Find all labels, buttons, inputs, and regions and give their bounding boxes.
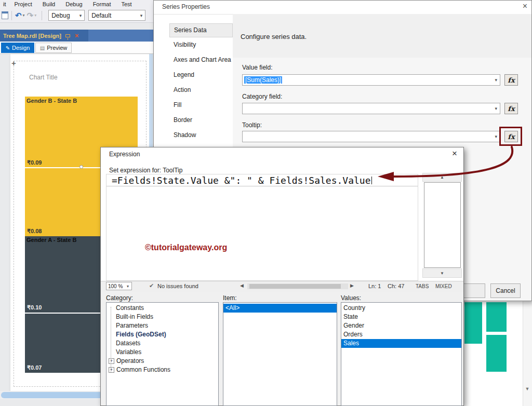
set-expression-for-label: Set expression for: ToolTip	[109, 167, 182, 174]
cancel-button[interactable]: Cancel	[490, 283, 521, 298]
expression-editor[interactable]: =Fields!State.Value &": " & Fields!Sales…	[106, 174, 418, 281]
tree-item-common-functions[interactable]: +Common Functions	[107, 366, 218, 374]
chevron-down-icon: ▾	[124, 284, 131, 289]
editor-scroll-up-button[interactable]: ▲	[422, 173, 462, 182]
tree-item-constants[interactable]: Constants	[107, 304, 218, 313]
nav-item-legend[interactable]: Legend	[169, 67, 233, 83]
tab-design[interactable]: ✎ Design	[1, 43, 34, 53]
tabs-indicator: TABS	[416, 283, 429, 289]
list-item-state[interactable]: State	[341, 313, 461, 321]
pin-icon[interactable]	[65, 34, 70, 37]
category-field-dropdown[interactable]: ▾	[242, 103, 500, 114]
expand-icon[interactable]: +	[109, 367, 114, 373]
zoom-dropdown[interactable]: 100 % ▾	[106, 282, 132, 290]
editor-scroll-down-button[interactable]: ▼	[422, 268, 462, 278]
issues-status: No issues found	[157, 283, 198, 289]
scroll-down-icon: ▼	[440, 271, 444, 276]
list-item-gender[interactable]: Gender	[341, 321, 461, 330]
redo-icon[interactable]: ↷	[27, 11, 34, 20]
new-item-icon[interactable]	[2, 11, 8, 19]
tree-item-label: Operators	[116, 357, 144, 364]
nav-item-axes-chart-area[interactable]: Axes and Chart Area	[169, 52, 233, 67]
scroll-down-icon[interactable]: ▼	[523, 386, 531, 391]
undo-icon[interactable]: ↶	[15, 11, 22, 20]
tab-close-icon[interactable]: ×	[75, 32, 79, 39]
expand-icon[interactable]: +	[109, 358, 114, 364]
list-item-orders[interactable]: Orders	[341, 330, 461, 339]
tab-preview-label: Preview	[47, 45, 67, 51]
tree-item-variables[interactable]: Variables	[107, 348, 218, 357]
redo-dropdown-icon[interactable]: ▾	[34, 13, 36, 18]
nav-item-action[interactable]: Action	[169, 83, 233, 98]
nav-item-visibility[interactable]: Visibility	[169, 37, 233, 52]
treemap-cell-teal	[486, 302, 507, 332]
chevron-down-icon: ▾	[77, 13, 85, 18]
category-field-label: Category field:	[242, 93, 282, 100]
scroll-right-icon[interactable]: ▶	[350, 283, 354, 288]
list-item-sales[interactable]: Sales	[341, 339, 461, 348]
treemap-cell-teal	[464, 302, 482, 344]
item-list[interactable]: <All>	[223, 302, 337, 406]
treemap-cell-dark-bottom[interactable]: ₹0.07	[25, 314, 104, 373]
category-field-fx-button[interactable]: fx	[504, 103, 518, 114]
nav-item-shadow[interactable]: Shadow	[169, 128, 233, 143]
tooltip-dropdown[interactable]: ▾	[242, 131, 500, 142]
values-list-label: Values:	[341, 294, 361, 302]
list-item-all[interactable]: <All>	[223, 304, 337, 313]
nav-item-series-data[interactable]: Series Data	[169, 23, 233, 37]
close-icon[interactable]: ×	[523, 2, 527, 11]
debug-config-value: Debug	[49, 12, 70, 19]
editor-scrollbar-thumb[interactable]	[424, 182, 461, 268]
tree-item-fields-geodset[interactable]: Fields (GeoDSet)	[107, 330, 218, 339]
tree-item-operators[interactable]: +Operators	[107, 357, 218, 366]
preview-icon: ▤	[40, 45, 45, 51]
tab-preview[interactable]: ▤ Preview	[35, 43, 72, 53]
column-indicator: Ch: 47	[388, 283, 404, 289]
editor-hscroll-thumb[interactable]	[249, 284, 341, 289]
document-tab[interactable]: Tree Map.rdl [Design] ×	[0, 30, 88, 42]
menu-item-debug[interactable]: Debug	[60, 1, 87, 7]
dialog-title: Series Properties	[162, 3, 210, 10]
debug-config-dropdown[interactable]: Debug ▾	[48, 10, 85, 21]
menu-item-test[interactable]: Test	[116, 1, 137, 7]
expression-code-line[interactable]: =Fields!State.Value &": " & Fields!Sales…	[107, 174, 418, 186]
annotation-highlight-box	[499, 127, 522, 146]
menu-item-project[interactable]: Project	[9, 1, 37, 7]
move-handle-icon[interactable]: +	[11, 59, 16, 67]
treemap-cell-label: Gender B - State B	[26, 98, 77, 104]
treemap-cell-dark-top[interactable]: Gender A - State B ₹0.10	[25, 236, 104, 313]
scroll-up-icon: ▲	[440, 175, 444, 180]
nav-item-border[interactable]: Border	[169, 113, 233, 128]
value-field-dropdown[interactable]: [Sum(Sales)] ▾	[242, 74, 500, 86]
tree-item-built-in-fields[interactable]: Built-in Fields	[107, 313, 218, 321]
scroll-left-icon[interactable]: ◀	[240, 283, 244, 288]
watermark: ©tutorialgateway.org	[145, 243, 227, 252]
chevron-down-icon: ▾	[492, 134, 500, 139]
tree-item-datasets[interactable]: Datasets	[107, 339, 218, 348]
dialog-title: Expression	[109, 151, 140, 158]
menu-item-edit[interactable]: it	[0, 1, 9, 7]
value-field-fx-button[interactable]: fx	[504, 74, 518, 86]
list-item-country[interactable]: Country	[341, 304, 461, 313]
design-icon: ✎	[6, 45, 10, 51]
chart-title[interactable]: Chart Title	[29, 74, 58, 81]
close-icon[interactable]: ×	[452, 148, 457, 159]
chevron-down-icon: ▾	[492, 77, 500, 83]
tree-item-parameters[interactable]: Parameters	[107, 321, 218, 330]
check-icon: ✔	[149, 282, 154, 289]
tooltip-label: Tooltip:	[242, 121, 262, 129]
selection-handle-dot[interactable]	[79, 165, 83, 169]
nav-item-fill[interactable]: Fill	[169, 98, 233, 113]
value-field-label: Value field:	[242, 64, 272, 71]
treemap-cell-value: ₹0.10	[27, 304, 42, 311]
platform-value: Default	[89, 12, 111, 19]
undo-dropdown-icon[interactable]: ▾	[23, 13, 25, 18]
item-list-label: Item:	[223, 294, 237, 302]
category-tree[interactable]: Constants Built-in Fields Parameters Fie…	[106, 302, 219, 406]
menu-item-build[interactable]: Build	[37, 1, 60, 7]
document-tab-title: Tree Map.rdl [Design]	[3, 33, 61, 39]
values-list[interactable]: Country State Gender Orders Sales	[341, 302, 462, 406]
toolbar-separator	[42, 11, 42, 20]
menu-item-format[interactable]: Format	[88, 1, 116, 7]
platform-dropdown[interactable]: Default ▾	[88, 10, 145, 21]
